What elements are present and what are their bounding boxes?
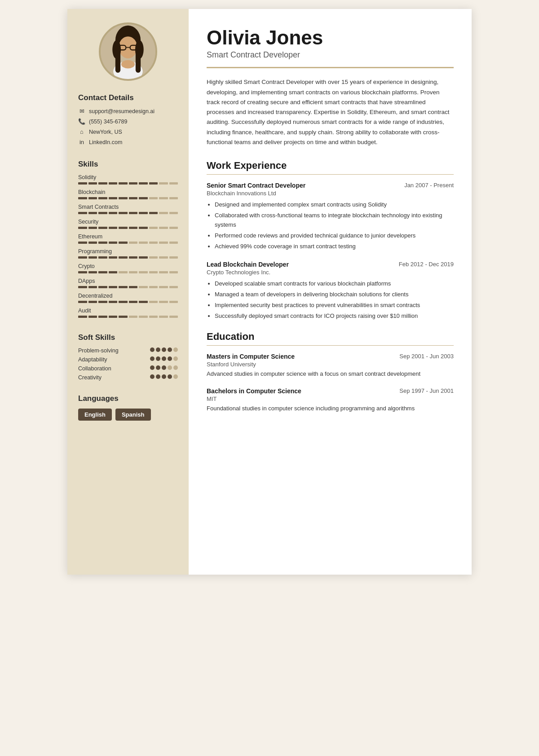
- edu-header: Masters in Computer ScienceSep 2001 - Ju…: [207, 353, 454, 360]
- skills-title: Skills: [78, 160, 178, 169]
- skill-item: Programming: [78, 248, 178, 259]
- skill-seg-empty: [139, 286, 148, 288]
- skill-seg-empty: [119, 271, 128, 273]
- skill-seg-filled: [139, 197, 148, 199]
- skill-seg-empty: [129, 242, 138, 244]
- skill-seg-filled: [119, 182, 128, 185]
- skill-seg-filled: [78, 182, 87, 185]
- linkedin-icon: in: [78, 139, 85, 145]
- skill-seg-filled: [129, 256, 138, 259]
- skill-seg-filled: [119, 197, 128, 199]
- dot-empty: [173, 347, 178, 352]
- skill-seg-empty: [169, 301, 178, 303]
- skill-seg-empty: [129, 316, 138, 318]
- skill-seg-filled: [119, 256, 128, 259]
- soft-skill-item: Creativity: [78, 374, 178, 381]
- skill-seg-filled: [119, 301, 128, 303]
- skill-name: Programming: [78, 248, 178, 255]
- phone-value: (555) 345-6789: [89, 119, 127, 125]
- skill-seg-empty: [159, 212, 168, 214]
- skill-seg-empty: [139, 316, 148, 318]
- skill-seg-filled: [88, 271, 97, 273]
- skill-seg-empty: [149, 227, 158, 229]
- skill-bar: [78, 256, 178, 259]
- dot-filled: [168, 356, 172, 361]
- edu-entry: Masters in Computer ScienceSep 2001 - Ju…: [207, 353, 454, 378]
- skill-seg-filled: [88, 301, 97, 303]
- dot-empty: [173, 374, 178, 379]
- skill-seg-empty: [149, 197, 158, 199]
- skill-seg-filled: [129, 286, 138, 288]
- soft-skill-dots: [150, 347, 178, 352]
- skill-seg-filled: [119, 227, 128, 229]
- skill-seg-filled: [139, 227, 148, 229]
- job-entry: Senior Smart Contract DeveloperJan 2007 …: [207, 182, 454, 251]
- skill-name: Decentralized: [78, 293, 178, 299]
- skill-bar: [78, 301, 178, 303]
- skill-item: Blockchain: [78, 189, 178, 199]
- skill-seg-filled: [98, 316, 107, 318]
- skill-seg-empty: [129, 271, 138, 273]
- skill-seg-filled: [78, 242, 87, 244]
- skill-seg-empty: [169, 182, 178, 185]
- skill-seg-filled: [119, 242, 128, 244]
- skill-seg-empty: [159, 286, 168, 288]
- dot-filled: [156, 374, 160, 379]
- skill-item: Audit: [78, 308, 178, 318]
- skill-seg-empty: [139, 271, 148, 273]
- skill-seg-filled: [109, 212, 118, 214]
- avatar: [99, 22, 157, 81]
- skill-seg-empty: [169, 212, 178, 214]
- dot-filled: [162, 365, 166, 370]
- soft-skills-title: Soft Skills: [78, 333, 178, 342]
- skill-seg-filled: [109, 271, 118, 273]
- language-tags: EnglishSpanish: [78, 409, 178, 421]
- skill-item: Crypto: [78, 263, 178, 273]
- skill-seg-filled: [109, 301, 118, 303]
- location-icon: ⌂: [78, 128, 85, 135]
- location-value: NewYork, US: [89, 129, 122, 135]
- edu-divider: [207, 345, 454, 346]
- skill-seg-filled: [129, 182, 138, 185]
- skill-seg-empty: [169, 227, 178, 229]
- skill-name: Blockchain: [78, 189, 178, 195]
- skill-seg-filled: [129, 212, 138, 214]
- edu-degree: Masters in Computer Science: [207, 353, 295, 360]
- dot-filled: [150, 374, 155, 379]
- contact-title: Contact Details: [78, 93, 178, 102]
- skill-seg-filled: [109, 197, 118, 199]
- languages-title: Languages: [78, 394, 178, 403]
- language-tag: Spanish: [115, 409, 151, 421]
- candidate-title: Smart Contract Developer: [207, 50, 454, 60]
- soft-skill-item: Problem-solving: [78, 347, 178, 354]
- skill-bar: [78, 271, 178, 273]
- skill-seg-filled: [98, 286, 107, 288]
- skill-seg-empty: [159, 227, 168, 229]
- soft-skills-section: Soft Skills Problem-solvingAdaptabilityC…: [78, 333, 178, 383]
- skill-seg-filled: [78, 212, 87, 214]
- soft-skill-item: Collaboration: [78, 365, 178, 372]
- skill-item: DApps: [78, 278, 178, 288]
- edu-school: Stanford University: [207, 361, 454, 368]
- dot-filled: [162, 374, 166, 379]
- job-header: Lead Blockchain DeveloperFeb 2012 - Dec …: [207, 261, 454, 268]
- contact-linkedin: in LinkedIn.com: [78, 139, 178, 145]
- summary: Highly skilled Smart Contract Developer …: [207, 77, 454, 147]
- skill-name: Solidity: [78, 174, 178, 180]
- language-tag: English: [78, 409, 112, 421]
- job-dates: Jan 2007 - Present: [404, 182, 454, 189]
- soft-skill-name: Adaptability: [78, 356, 107, 363]
- contact-section: Contact Details ✉ support@resumedesign.a…: [78, 93, 178, 149]
- work-divider: [207, 174, 454, 175]
- skill-name: Security: [78, 219, 178, 225]
- skill-seg-filled: [139, 256, 148, 259]
- skill-seg-filled: [129, 197, 138, 199]
- education-section: Education Masters in Computer ScienceSep…: [207, 331, 454, 413]
- skill-seg-empty: [169, 197, 178, 199]
- skill-seg-filled: [129, 227, 138, 229]
- job-bullet: Managed a team of developers in deliveri…: [215, 290, 454, 299]
- skill-seg-empty: [169, 242, 178, 244]
- skill-name: Crypto: [78, 263, 178, 269]
- skill-seg-filled: [149, 182, 158, 185]
- skill-bar: [78, 227, 178, 229]
